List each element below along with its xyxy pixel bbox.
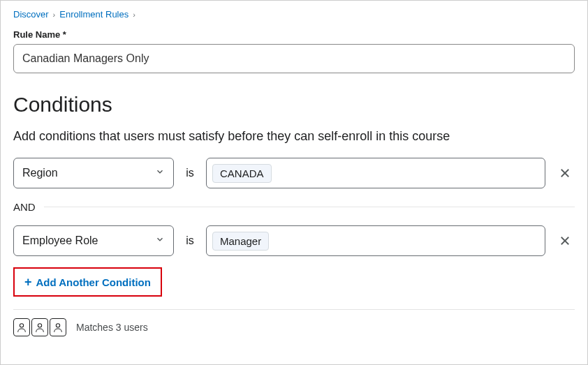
condition-value-tag[interactable]: Manager <box>212 232 269 251</box>
chevron-right-icon: › <box>133 10 135 19</box>
and-separator: AND <box>13 201 575 213</box>
rule-name-label: Rule Name * <box>13 29 575 40</box>
condition-value-input[interactable]: Manager <box>206 225 545 256</box>
breadcrumb-enrollment-rules[interactable]: Enrollment Rules <box>59 9 128 20</box>
add-another-condition-button[interactable]: + Add Another Condition <box>13 267 162 297</box>
condition-row: Employee Role is Manager <box>13 225 575 256</box>
chevron-down-icon <box>155 234 165 247</box>
add-another-condition-label: Add Another Condition <box>36 276 151 288</box>
svg-point-6 <box>56 324 59 327</box>
svg-point-5 <box>38 324 41 327</box>
avatar-icon <box>13 318 30 336</box>
dropdown-label: Region <box>22 167 58 179</box>
remove-condition-button[interactable] <box>555 231 575 251</box>
chevron-down-icon <box>155 167 165 179</box>
divider <box>13 309 575 310</box>
condition-row: Region is CANADA <box>13 158 575 188</box>
separator-line <box>44 207 575 207</box>
matches-avatars <box>13 318 66 336</box>
remove-condition-button[interactable] <box>555 163 575 183</box>
breadcrumb: Discover › Enrollment Rules › <box>13 9 575 20</box>
condition-value-input[interactable]: CANADA <box>206 158 545 188</box>
svg-point-4 <box>20 324 23 327</box>
condition-operator: is <box>184 167 196 179</box>
condition-field-dropdown[interactable]: Region <box>13 158 174 188</box>
condition-field-dropdown[interactable]: Employee Role <box>13 225 174 256</box>
plus-icon: + <box>24 276 32 288</box>
conditions-heading: Conditions <box>13 93 575 117</box>
matches-summary: Matches 3 users <box>13 318 575 336</box>
condition-operator: is <box>184 234 196 247</box>
dropdown-label: Employee Role <box>22 234 98 247</box>
matches-text: Matches 3 users <box>76 322 148 333</box>
and-label: AND <box>13 201 36 213</box>
chevron-right-icon: › <box>53 10 56 19</box>
condition-value-tag[interactable]: CANADA <box>212 164 272 183</box>
rule-name-input[interactable] <box>13 44 575 73</box>
enrollment-rule-page: Discover › Enrollment Rules › Rule Name … <box>0 0 588 365</box>
breadcrumb-discover[interactable]: Discover <box>13 9 49 20</box>
avatar-icon <box>50 318 66 336</box>
conditions-description: Add conditions that users must satisfy b… <box>13 129 575 144</box>
avatar-icon <box>31 318 48 336</box>
